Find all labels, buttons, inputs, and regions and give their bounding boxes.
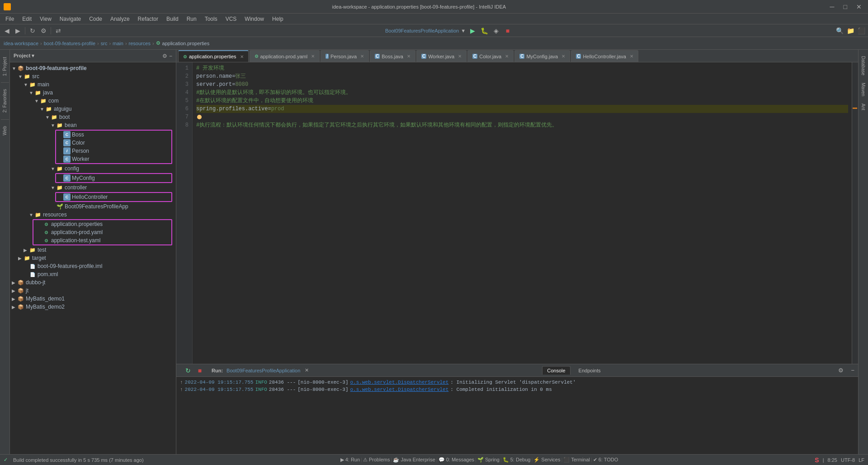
tab-close-app-prod[interactable]: ✕ [311,54,315,59]
tree-item-bean[interactable]: ▼ 📁 bean [10,121,176,129]
right-scrollbar[interactable] [852,62,858,364]
menu-navigate[interactable]: Navigate [56,15,85,23]
terminal-button[interactable]: ⬛ [856,26,866,36]
run-close-icon[interactable]: ✕ [305,367,309,373]
side-tab-project[interactable]: 1: Project [1,53,8,80]
tree-item-app-prod[interactable]: ⚙ application-prod.yaml [33,228,171,236]
tab-close-app-properties[interactable]: ✕ [240,54,244,59]
tree-item-jt[interactable]: ▶ 📦 jt [10,287,176,295]
run-tab-todo[interactable]: ✔ 6: TODO [593,457,618,463]
tree-item-main[interactable]: ▼ 📁 main [10,80,176,89]
debug-button[interactable]: 🐛 [479,26,489,36]
right-tab-database[interactable]: Database [860,53,867,78]
endpoints-tab[interactable]: Endpoints [574,366,605,375]
side-tab-web[interactable]: Web [1,122,8,139]
tab-app-properties[interactable]: ⚙ application.properties ✕ [178,50,249,62]
tab-boss-java[interactable]: C Boss.java ✕ [370,50,415,62]
tree-item-person[interactable]: I Person [56,147,171,155]
run-tab-spring[interactable]: 🌱 Spring [477,457,500,463]
sync-button[interactable]: ⇄ [53,26,63,36]
tree-item-boss[interactable]: C Boss [56,131,171,139]
status-position[interactable]: 8:25 [828,457,837,463]
tab-close-hellocontroller[interactable]: ✕ [630,54,633,59]
run-app-name[interactable]: Boot09FeaturesProfileApplication [226,368,300,373]
tab-myconfig-java[interactable]: C MyConfig.java ✕ [514,50,570,62]
run-button[interactable]: ▶ [467,26,477,36]
tab-hellocontroller-java[interactable]: C HelloController.java ✕ [571,50,638,62]
breadcrumb-file[interactable]: ⚙ [156,40,160,46]
breadcrumb-filename[interactable]: application.properties [162,41,210,46]
menu-run[interactable]: Run [183,15,200,23]
run-tab-javaenterprise[interactable]: ☕ Java Enterprise [393,457,435,463]
breadcrumb-main[interactable]: main [113,41,123,46]
run-tab-4[interactable]: ▶ 4: Run [340,457,360,463]
refresh-button[interactable]: ↻ [28,26,38,36]
tree-item-controller[interactable]: ▼ 📁 controller [10,183,176,192]
menu-vcs[interactable]: VCS [222,15,241,23]
close-button[interactable]: ✕ [854,2,864,11]
tab-person-java[interactable]: I Person.java ✕ [321,50,369,62]
tree-item-java[interactable]: ▼ 📁 java [10,89,176,97]
search-everywhere-button[interactable]: 🔍 [835,26,844,36]
tree-item-color[interactable]: C Color [56,139,171,147]
code-editor[interactable]: # 开发环境 person.name=张三 server.port=8080 #… [193,62,852,364]
menu-window[interactable]: Window [241,15,268,23]
back-button[interactable]: ◀ [2,26,12,36]
rerun-button[interactable]: ↻ [184,366,193,375]
maximize-button[interactable]: □ [841,2,850,11]
tab-close-color[interactable]: ✕ [505,54,509,59]
tree-item-test[interactable]: ▶ 📁 test [10,246,176,254]
sidebar-icon-minimize[interactable]: − [169,53,172,59]
menu-edit[interactable]: Edit [19,15,35,23]
log-class-2[interactable]: o.s.web.servlet.DispatcherServlet [350,386,448,393]
menu-refactor[interactable]: Refactor [134,15,162,23]
side-tab-favorites[interactable]: 2: Favorites [1,85,8,116]
menu-file[interactable]: File [2,15,18,23]
breadcrumb-resources[interactable]: resources [129,41,151,46]
stop-run-button[interactable]: ■ [195,366,204,375]
run-tab-debug[interactable]: 🐛 5: Debug [503,457,531,463]
tree-item-com[interactable]: ▼ 📁 com [10,97,176,105]
tree-item-boot09[interactable]: ▼ 📦 boot-09-features-profile [10,64,176,72]
coverage-button[interactable]: ◈ [491,26,501,36]
tab-worker-java[interactable]: C Worker.java ✕ [416,50,467,62]
editor-content[interactable]: 1 2 3 4 5 6 7 8 # 开发环境 pers [176,62,858,364]
sidebar-icon-settings[interactable]: ⚙ [162,53,167,59]
tree-item-boot09app[interactable]: 🌱 Boot09FeaturesProfileApp [10,202,176,211]
console-content[interactable]: ↑ 2022-04-09 19:15:17.755 INFO 28436 ---… [176,377,858,454]
run-tab-services[interactable]: ⚡ Services [533,457,560,463]
menu-build[interactable]: Build [163,15,182,23]
tree-item-config[interactable]: ▼ 📁 config [10,164,176,173]
tab-close-person[interactable]: ✕ [360,54,364,59]
tree-item-dubbo[interactable]: ▶ 📦 dubbo-jt [10,278,176,287]
tree-item-app-test[interactable]: ⚙ application-test.yaml [33,236,171,244]
console-tab[interactable]: Console [542,366,570,375]
log-class-1[interactable]: o.s.web.servlet.DispatcherServlet [350,379,448,386]
run-tab-messages[interactable]: 💬 0: Messages [439,457,474,463]
file-manager-button[interactable]: 📁 [845,26,855,36]
status-encoding[interactable]: UTF-8 [841,457,855,463]
tree-item-worker[interactable]: C Worker [56,155,171,163]
breadcrumb-module[interactable]: boot-09-features-profile [44,41,95,46]
tab-color-java[interactable]: C Color.java ✕ [467,50,514,62]
tab-close-worker[interactable]: ✕ [458,54,462,59]
breadcrumb-src[interactable]: src [101,41,108,46]
tree-item-mybatis1[interactable]: ▶ 📦 MyBatis_demo1 [10,295,176,303]
tab-close-myconfig[interactable]: ✕ [561,54,565,59]
tree-item-iml[interactable]: 📄 boot-09-features-profile.iml [10,262,176,270]
tree-item-src[interactable]: ▼ 📁 src [10,72,176,80]
menu-view[interactable]: View [36,15,55,23]
status-linesep[interactable]: LF [859,457,864,463]
menu-tools[interactable]: Tools [201,15,221,23]
tree-item-pom[interactable]: 📄 pom.xml [10,270,176,278]
tab-close-boss[interactable]: ✕ [407,54,410,59]
tab-app-prod-yaml[interactable]: ⚙ application-prod.yaml ✕ [250,50,320,62]
forward-button[interactable]: ▶ [13,26,23,36]
run-tab-terminal[interactable]: ⬛ Terminal [563,457,590,463]
tree-item-boot[interactable]: ▼ 📁 boot [10,113,176,121]
tree-item-target[interactable]: ▶ 📁 target [10,254,176,262]
bottom-settings-btn[interactable]: ⚙ [838,367,844,374]
tree-item-mybatis2[interactable]: ▶ 📦 MyBatis_demo2 [10,303,176,311]
run-config-selector[interactable]: Boot09FeaturesProfileApplication [385,28,459,33]
tree-item-myconfig[interactable]: C MyConfig [56,174,171,182]
